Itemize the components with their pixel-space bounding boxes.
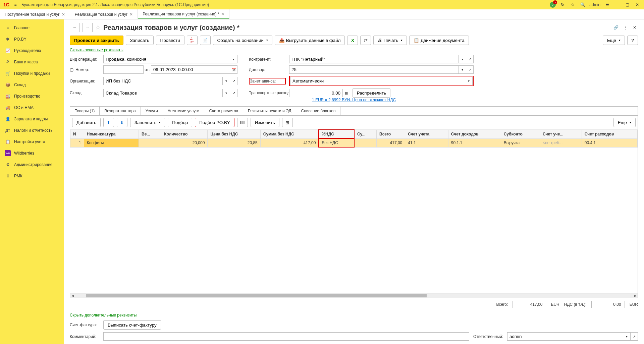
- search-icon[interactable]: 🔍: [579, 1, 586, 8]
- tab-return-pack[interactable]: Возвратная тара: [100, 107, 141, 115]
- responsible-input[interactable]: [507, 332, 623, 341]
- close-icon[interactable]: ✕: [634, 1, 641, 8]
- cell-weight[interactable]: [139, 138, 161, 147]
- sidebar-item-wildberries[interactable]: WBWildberries: [0, 148, 64, 159]
- link-icon[interactable]: 🔗: [612, 24, 619, 31]
- tab-close-icon[interactable]: ✕: [221, 12, 224, 16]
- conduct-button[interactable]: Провести: [156, 36, 184, 45]
- col-income-acct[interactable]: Счет доходов: [448, 130, 501, 138]
- calendar-icon[interactable]: 📅: [230, 65, 237, 74]
- open-icon[interactable]: ↗: [230, 77, 237, 85]
- table-more-button[interactable]: Еще: [613, 118, 636, 127]
- col-vat-sum[interactable]: Су...: [354, 130, 376, 138]
- currency-link[interactable]: 1 EUR = 2,8992 BYN, Цена не включает НДС: [312, 98, 396, 102]
- scroll-left-icon[interactable]: ◀: [70, 293, 75, 298]
- tab-blanks[interactable]: Списание бланков: [296, 107, 340, 115]
- dropdown-icon[interactable]: ▾: [459, 65, 466, 74]
- sidebar-item-accounting-settings[interactable]: 📋Настройки учета: [0, 136, 64, 148]
- cell-vat-rate[interactable]: Без НДС: [319, 138, 354, 147]
- user-name[interactable]: admin: [589, 2, 600, 7]
- scrollbar-thumb[interactable]: [86, 294, 427, 297]
- cell-nomenclature[interactable]: Конфеты: [84, 138, 139, 147]
- col-settings-button[interactable]: ⊞: [282, 118, 293, 127]
- cell-n[interactable]: 1: [70, 138, 84, 147]
- cell-acct[interactable]: 41.1: [405, 138, 448, 147]
- export-data-button[interactable]: 📤 Выгрузить данные в файл: [275, 36, 345, 45]
- pick-button[interactable]: Подбор: [168, 118, 192, 127]
- col-acct[interactable]: Счет учета: [405, 130, 448, 138]
- sidebar-item-manager[interactable]: 📈Руководителю: [0, 45, 64, 56]
- fill-button[interactable]: Заполнить: [130, 118, 165, 127]
- table-row[interactable]: 1 Конфеты 20,000 20,85 417,00 Без НДС 41…: [70, 138, 638, 147]
- dropdown-icon[interactable]: ▾: [223, 89, 230, 97]
- move-up-button[interactable]: ⬆: [103, 118, 114, 127]
- col-qty[interactable]: Количество: [161, 130, 208, 138]
- org-input[interactable]: [103, 77, 223, 85]
- col-sum[interactable]: Сумма без НДС: [260, 130, 319, 138]
- col-vat-rate[interactable]: %НДС: [319, 130, 354, 138]
- open-icon[interactable]: ↗: [466, 55, 474, 63]
- distribute-button[interactable]: Распределить: [353, 88, 390, 98]
- conduct-and-close-button[interactable]: Провести и закрыть: [70, 36, 123, 45]
- hide-additional-link[interactable]: Скрыть дополнительные реквизиты: [70, 313, 137, 318]
- save-button[interactable]: Записать: [126, 36, 154, 45]
- dropdown-icon[interactable]: ▾: [623, 332, 631, 341]
- tab-goods[interactable]: Товары (1): [70, 107, 100, 116]
- sidebar-item-main[interactable]: ≡Главное: [0, 22, 64, 34]
- move-down-button[interactable]: ⬇: [117, 118, 127, 127]
- tab-services[interactable]: Услуги: [141, 107, 163, 115]
- hide-main-link[interactable]: Скрыть основные реквизиты: [70, 48, 638, 52]
- barcode-button[interactable]: ⦀⦀⦀: [237, 118, 248, 127]
- advance-input[interactable]: [290, 77, 465, 85]
- nav-forward-button[interactable]: →: [83, 23, 93, 32]
- cell-acct2[interactable]: <не треб...: [540, 138, 582, 147]
- cell-subconto[interactable]: Выручка: [501, 138, 540, 147]
- open-icon[interactable]: ↗: [631, 332, 638, 341]
- nav-tab-incoming[interactable]: Поступление товаров и услуг✕: [0, 9, 70, 19]
- col-expense-acct[interactable]: Счет расходов: [582, 130, 637, 138]
- close-page-icon[interactable]: ✕: [631, 24, 638, 31]
- h-scrollbar[interactable]: ◀ ▶: [70, 293, 638, 298]
- calc-icon[interactable]: ▦: [343, 89, 350, 97]
- nav-back-button[interactable]: ←: [70, 23, 80, 32]
- tab-agent[interactable]: Агентские услуги: [163, 107, 205, 115]
- open-icon[interactable]: ↗: [466, 65, 474, 74]
- sidebar-item-bank[interactable]: ₽Банк и касса: [0, 56, 64, 68]
- help-button[interactable]: ?: [627, 36, 638, 45]
- sidebar-item-rmk[interactable]: 🖥РМК: [0, 170, 64, 182]
- tab-accounts[interactable]: Счета расчетов: [204, 107, 243, 115]
- dropdown-icon[interactable]: ▾: [465, 77, 473, 85]
- excel-button[interactable]: X: [347, 36, 358, 45]
- tab-print-req[interactable]: Реквизиты печати и ЭД: [243, 107, 297, 115]
- comment-input[interactable]: [103, 332, 469, 341]
- tab-close-icon[interactable]: ✕: [129, 12, 133, 17]
- history-icon[interactable]: ↻: [559, 1, 566, 8]
- col-nomenclature[interactable]: Номенклатура: [84, 130, 139, 138]
- cell-expense[interactable]: 90.4.1: [582, 138, 637, 147]
- sidebar-item-taxes[interactable]: ДтНалоги и отчетность: [0, 125, 64, 136]
- print-button[interactable]: 🖨 Печать: [373, 36, 407, 45]
- col-acct2[interactable]: Счет уче...: [540, 130, 582, 138]
- notification-badge[interactable]: ✓2: [550, 2, 556, 8]
- col-n[interactable]: N: [70, 130, 84, 138]
- col-total[interactable]: Всего: [377, 130, 405, 138]
- sidebar-item-production[interactable]: 🏭Производство: [0, 91, 64, 102]
- dropdown-icon[interactable]: ▾: [223, 77, 230, 85]
- sidebar-item-assets[interactable]: 🚚ОС и НМА: [0, 102, 64, 113]
- sidebar-item-purchases[interactable]: 🛒Покупки и продажи: [0, 68, 64, 79]
- date-input[interactable]: [151, 65, 230, 74]
- warehouse-input[interactable]: [103, 89, 223, 97]
- col-price[interactable]: Цена без НДС: [208, 130, 260, 138]
- number-input[interactable]: [103, 65, 144, 74]
- report-button[interactable]: 📄: [200, 36, 211, 45]
- cell-total[interactable]: 417,00: [377, 138, 405, 147]
- cell-sum[interactable]: 417,00: [260, 138, 319, 147]
- favorite-star-icon[interactable]: ☆: [95, 24, 101, 31]
- menu-icon[interactable]: ≡: [12, 1, 19, 8]
- sidebar-item-admin[interactable]: ⚙Администрирование: [0, 159, 64, 170]
- cell-qty[interactable]: 20,000: [161, 138, 208, 147]
- transport-input[interactable]: [289, 89, 343, 97]
- cell-price[interactable]: 20,85: [208, 138, 260, 147]
- settings-icon[interactable]: ☰: [604, 1, 610, 8]
- doc-movements-button[interactable]: 📋 Движения документа: [409, 36, 469, 45]
